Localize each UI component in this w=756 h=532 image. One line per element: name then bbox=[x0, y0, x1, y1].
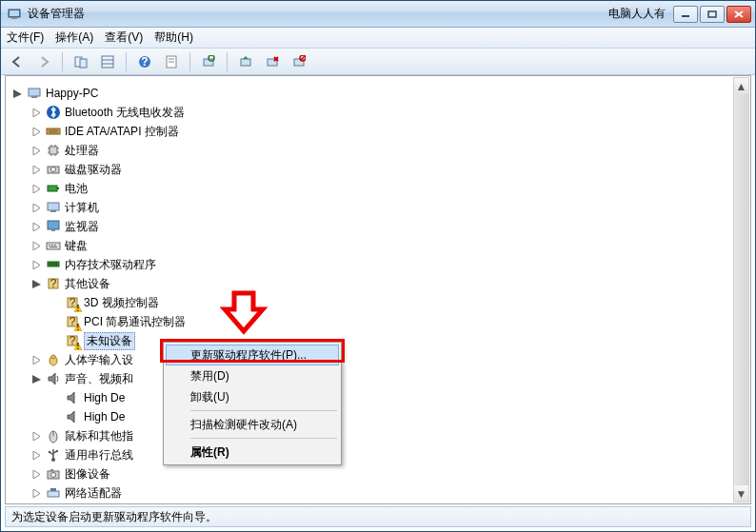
titlebar[interactable]: 设备管理器 电脑人人有 bbox=[1, 1, 755, 28]
svg-text:!: ! bbox=[76, 324, 79, 331]
tree-item-computer[interactable]: 计算机 bbox=[10, 198, 750, 217]
expand-icon[interactable] bbox=[29, 181, 44, 196]
tree-item-monitor[interactable]: 监视器 bbox=[10, 217, 750, 236]
menu-uninstall[interactable]: 卸载(U) bbox=[166, 386, 339, 407]
collapse-icon[interactable] bbox=[29, 276, 44, 291]
menu-help[interactable]: 帮助(H) bbox=[154, 30, 193, 46]
status-bar: 为选定设备启动更新驱动程序软件向导。 bbox=[5, 506, 751, 527]
expand-icon[interactable] bbox=[29, 257, 44, 272]
expand-icon[interactable] bbox=[29, 200, 44, 215]
properties-icon[interactable] bbox=[161, 51, 182, 72]
vertical-scrollbar[interactable]: ▲ ▼ bbox=[733, 77, 749, 502]
tree-item-network[interactable]: 网络适配器 bbox=[10, 483, 750, 502]
device-tree-panel: Happy-PC Bluetooth 无线电收发器 IDE ATA/ATAPI … bbox=[5, 75, 751, 504]
svg-rect-55 bbox=[50, 263, 51, 266]
expand-icon[interactable] bbox=[29, 105, 44, 120]
status-text: 为选定设备启动更新驱动程序软件向导。 bbox=[11, 509, 217, 525]
collapse-icon[interactable] bbox=[29, 371, 44, 386]
expand-icon[interactable] bbox=[29, 124, 44, 139]
svg-rect-50 bbox=[49, 245, 50, 246]
svg-rect-19 bbox=[241, 59, 250, 66]
svg-rect-48 bbox=[51, 229, 55, 231]
disable-icon[interactable] bbox=[288, 51, 309, 72]
help-icon[interactable]: ? bbox=[134, 51, 155, 72]
tree-item-audio-hd2[interactable]: High De bbox=[10, 407, 750, 426]
tree-item-other-unknown[interactable]: ?! 未知设备 bbox=[10, 331, 750, 350]
menu-separator bbox=[190, 438, 337, 439]
tree-item-keyboard[interactable]: 键盘 bbox=[10, 236, 750, 255]
expand-icon[interactable] bbox=[29, 162, 44, 177]
menu-action[interactable]: 操作(A) bbox=[55, 30, 93, 46]
expand-icon[interactable] bbox=[29, 238, 44, 253]
svg-rect-53 bbox=[50, 246, 57, 247]
svg-rect-86 bbox=[50, 488, 56, 491]
hid-icon bbox=[46, 352, 61, 367]
menu-scan-hardware[interactable]: 扫描检测硬件改动(A) bbox=[166, 414, 339, 435]
expand-icon[interactable] bbox=[29, 143, 44, 158]
svg-point-83 bbox=[51, 473, 56, 478]
scroll-up-button[interactable]: ▲ bbox=[734, 78, 748, 94]
tree-label: 计算机 bbox=[65, 200, 99, 216]
expand-icon[interactable] bbox=[29, 428, 44, 443]
uninstall-icon[interactable] bbox=[262, 51, 283, 72]
network-adapter-icon bbox=[46, 485, 61, 501]
device-manager-window: 设备管理器 电脑人人有 文件(F) 操作(A) 查看(V) 帮助(H) ? bbox=[0, 0, 756, 532]
tree-item-bluetooth[interactable]: Bluetooth 无线电收发器 bbox=[10, 103, 750, 122]
tree-item-audio-hd1[interactable]: High De bbox=[10, 388, 750, 407]
tree-item-audio[interactable]: 声音、视频和 bbox=[10, 369, 750, 388]
scroll-thumb[interactable] bbox=[734, 94, 748, 485]
tree-item-other[interactable]: ? 其他设备 bbox=[10, 274, 750, 293]
menubar: 文件(F) 操作(A) 查看(V) 帮助(H) bbox=[1, 28, 755, 49]
svg-text:?: ? bbox=[141, 55, 148, 69]
forward-button[interactable] bbox=[33, 51, 54, 72]
menu-view[interactable]: 查看(V) bbox=[105, 30, 143, 46]
tree-label: PCI 简易通讯控制器 bbox=[84, 314, 186, 330]
unknown-device-icon: ?! bbox=[65, 295, 80, 310]
memory-icon bbox=[46, 257, 61, 272]
tree-item-ide[interactable]: IDE ATA/ATAPI 控制器 bbox=[10, 122, 750, 141]
tree-item-usb[interactable]: 通用串行总线 bbox=[10, 445, 750, 464]
tree-item-mouse[interactable]: 鼠标和其他指 bbox=[10, 426, 750, 445]
show-hidden-icon[interactable] bbox=[70, 51, 91, 72]
view-icon[interactable] bbox=[97, 51, 118, 72]
tree-label: 人体学输入设 bbox=[65, 352, 133, 368]
svg-rect-47 bbox=[48, 221, 59, 229]
expand-icon[interactable] bbox=[29, 219, 44, 234]
menu-file[interactable]: 文件(F) bbox=[7, 30, 44, 46]
expand-icon[interactable] bbox=[29, 466, 44, 482]
minimize-button[interactable] bbox=[673, 6, 698, 23]
tree-item-memtech[interactable]: 内存技术驱动程序 bbox=[10, 255, 750, 274]
tree-item-other-pci[interactable]: ?! PCI 简易通讯控制器 bbox=[10, 312, 750, 331]
menu-disable[interactable]: 禁用(D) bbox=[166, 365, 339, 386]
tree-label: 未知设备 bbox=[84, 332, 135, 350]
device-tree[interactable]: Happy-PC Bluetooth 无线电收发器 IDE ATA/ATAPI … bbox=[6, 76, 750, 504]
tree-item-cpu[interactable]: 处理器 bbox=[10, 141, 750, 160]
tree-label: Happy-PC bbox=[46, 87, 98, 100]
collapse-icon[interactable] bbox=[10, 86, 25, 101]
expand-icon[interactable] bbox=[29, 485, 44, 501]
scroll-down-button[interactable]: ▼ bbox=[734, 485, 748, 502]
tree-label: 监视器 bbox=[65, 219, 99, 235]
tree-label: 其他设备 bbox=[65, 276, 110, 292]
computer-icon bbox=[46, 200, 61, 215]
tree-item-battery[interactable]: 电池 bbox=[10, 179, 750, 198]
tree-item-disk[interactable]: 磁盘驱动器 bbox=[10, 160, 750, 179]
svg-rect-26 bbox=[29, 89, 40, 96]
menu-properties[interactable]: 属性(R) bbox=[166, 442, 339, 463]
update-driver-icon[interactable] bbox=[235, 51, 256, 72]
tree-item-hid[interactable]: 人体学输入设 bbox=[10, 350, 750, 369]
tree-item-other-3d[interactable]: ?! 3D 视频控制器 bbox=[10, 293, 750, 312]
tree-root[interactable]: Happy-PC bbox=[10, 84, 750, 103]
maximize-button[interactable] bbox=[700, 6, 725, 23]
svg-rect-44 bbox=[57, 187, 59, 189]
tree-item-image[interactable]: 图像设备 bbox=[10, 464, 750, 483]
back-button[interactable] bbox=[7, 51, 28, 72]
menu-separator bbox=[190, 410, 337, 411]
svg-rect-4 bbox=[708, 11, 716, 17]
expand-icon[interactable] bbox=[29, 447, 44, 463]
scan-hardware-icon[interactable] bbox=[198, 51, 219, 72]
expand-icon[interactable] bbox=[29, 352, 44, 367]
close-button[interactable] bbox=[726, 6, 751, 23]
toolbar-separator bbox=[189, 52, 190, 71]
menu-update-driver[interactable]: 更新驱动程序软件(P)... bbox=[166, 345, 339, 365]
